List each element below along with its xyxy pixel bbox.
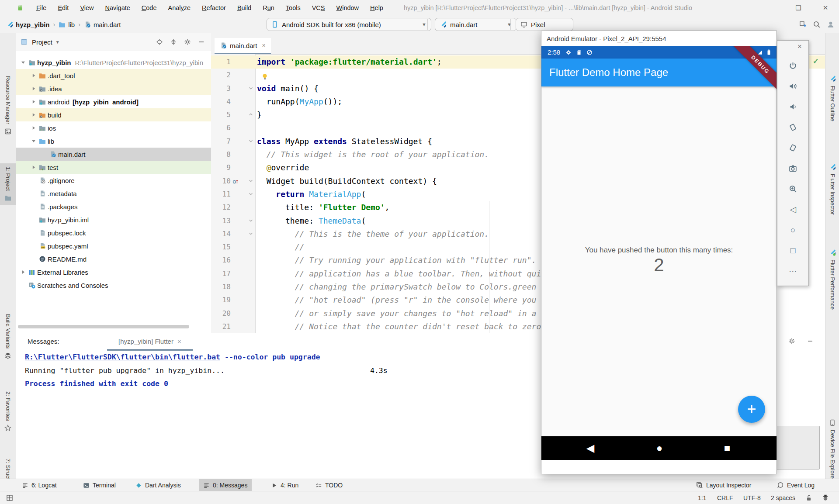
tree-item-pubspec-yaml[interactable]: YMLpubspec.yaml [16,239,211,252]
toolwindow-button-terminal[interactable]: Terminal [79,479,120,491]
tree-item-build[interactable]: build [16,108,211,121]
inspections-ok-icon[interactable]: ✓ [813,57,819,66]
tree-item-hyzp_yibin[interactable]: hyzp_yibinR:\FlutterProject\FlutterProje… [16,56,211,69]
locate-icon[interactable] [156,38,163,45]
emulator-screenshot-button[interactable] [777,158,808,179]
pixel-button[interactable]: Pixel [516,18,573,31]
fold-down-icon[interactable] [248,217,254,224]
menu-navigate[interactable]: Navigate [100,4,136,11]
run-config-selector[interactable]: main.dart ▼ [435,18,517,31]
stripe-tab-flutter-performance[interactable]: Flutter Performance [825,249,839,310]
stripe-tab-2-favorites[interactable]: 2: Favorites [0,391,16,432]
toolwindow-button-0-messages[interactable]: 0: Messages [199,479,252,491]
expand-arrow-icon[interactable] [20,59,27,66]
toolwindow-button-event-log[interactable]: Event Log [773,479,819,491]
stripe-tab-device-file-explorer[interactable]: Device File Explorer [825,419,839,480]
status-utf-8[interactable]: UTF-8 [743,491,761,504]
expand-arrow-icon[interactable] [30,86,37,92]
tree-item-readme-md[interactable]: README.md [16,252,211,266]
console-link[interactable]: R:\Flutter\FlutterSDK\flutter\bin\flutte… [25,353,220,361]
tree-item-external-libraries[interactable]: External Libraries [16,266,211,279]
editor-tab-main-dart[interactable]: main.dart × [215,38,271,54]
avatar-icon[interactable] [827,21,835,28]
close-icon[interactable]: ✕ [812,4,839,12]
status-2-spaces[interactable]: 2 spaces [771,491,795,504]
toolwindow-button-4-run[interactable]: 4: Run [267,479,303,491]
menu-tools[interactable]: Tools [280,4,306,11]
menu-code[interactable]: Code [136,4,163,11]
emulator-rotate-right-button[interactable] [777,138,808,158]
toolwindow-button-todo[interactable]: TODO [311,479,347,491]
toolwindow-button-dart-analysis[interactable]: Dart Analysis [131,479,185,491]
menu-help[interactable]: Help [364,4,389,11]
menu-build[interactable]: Build [232,4,257,11]
toolwindow-button-layout-inspector[interactable]: Layout Inspector [692,479,756,491]
device-selector[interactable]: Android SDK built for x86 (mobile) ▼ [267,18,431,31]
project-panel-title[interactable]: Project [32,38,52,46]
tree-item-lib[interactable]: lib [16,135,211,148]
stripe-tab-flutter-inspector[interactable]: Flutter Inspector [825,163,839,215]
tree-item--gitignore[interactable]: .gitignore [16,174,211,187]
breadcrumb-lib[interactable]: lib [59,21,75,28]
tree-item-test[interactable]: test [16,161,211,174]
horizontal-scrollbar[interactable] [18,325,189,328]
menu-run[interactable]: Run [257,4,280,11]
emulator-volume-down-button[interactable] [777,97,808,117]
tree-item-scratches-and-consoles[interactable]: Scratches and Consoles [16,279,211,292]
emulator-home-button[interactable]: ○ [777,220,808,240]
emulator-rotate-left-button[interactable] [777,117,808,138]
nav-overview-button[interactable]: ■ [716,436,738,460]
tree-item-pubspec-lock[interactable]: pubspec.lock [16,226,211,239]
chevron-down-icon[interactable]: ▼ [55,40,60,45]
fold-up-icon[interactable] [248,111,254,117]
menu-refactor[interactable]: Refactor [196,4,232,11]
status-crlf[interactable]: CRLF [717,491,733,504]
settings-icon[interactable] [788,338,795,345]
toolwindow-quick-access[interactable] [6,491,13,504]
breadcrumb-hyzp_yibin[interactable]: hyzp_yibin [6,21,50,28]
menu-view[interactable]: View [74,4,99,11]
tree-item-android[interactable]: android[hyzp_yibin_android] [16,95,211,108]
fold-down-icon[interactable] [248,138,254,144]
intention-bulb-icon[interactable] [261,73,268,80]
maximize-icon[interactable]: ❏ [785,4,812,12]
status-1-1[interactable]: 1:1 [698,491,706,504]
emulator-zoom-button[interactable] [777,179,808,199]
hide-icon[interactable] [807,338,814,345]
emulator-more-button[interactable]: ⋯ [777,261,808,281]
tree-item--dart_tool[interactable]: .dart_tool [16,69,211,82]
override-marker-icon[interactable] [232,178,239,185]
menu-vcs[interactable]: VCS [306,4,331,11]
collapse-all-icon[interactable] [170,38,177,45]
tree-item--packages[interactable]: .packages [16,200,211,213]
stripe-tab-build-variants[interactable]: Build Variants [0,314,16,359]
menu-file[interactable]: File [31,4,52,11]
stripe-tab-flutter-outline[interactable]: Flutter Outline [825,75,839,121]
breadcrumb-main-dart[interactable]: main.dart [84,21,121,28]
toolwindow-button-6-logcat[interactable]: 6: Logcat [17,479,61,491]
expand-arrow-icon[interactable] [30,112,37,118]
menu-edit[interactable]: Edit [52,4,74,11]
fold-down-icon[interactable] [248,178,254,184]
tree-item--idea[interactable]: .idea [16,82,211,95]
emulator-volume-up-button[interactable] [777,76,808,97]
emulator-overview-button[interactable]: □ [777,240,808,261]
messages-tab-flutter[interactable]: [hyzp_yibin] Flutter × [107,333,193,351]
tree-item-main-dart[interactable]: main.dart [16,148,211,161]
expand-arrow-icon[interactable] [30,125,37,131]
stripe-tab-1-project[interactable]: 1: Project [0,163,16,205]
emulator-power-button[interactable] [777,55,808,76]
expand-arrow-icon[interactable] [30,164,37,170]
minimize-icon[interactable]: — [758,4,785,12]
tree-item-hyzp_yibin-iml[interactable]: hyzp_yibin.iml [16,213,211,226]
nav-back-button[interactable]: ◀ [579,436,601,460]
fold-down-icon[interactable] [248,231,254,237]
fab-button[interactable]: + [738,396,765,423]
close-icon[interactable]: × [262,42,266,49]
sdk-manager-icon[interactable] [799,21,807,28]
expand-arrow-icon[interactable] [20,269,27,275]
expand-arrow-icon[interactable] [30,72,37,79]
tree-item--metadata[interactable]: .metadata [16,187,211,200]
status-hector[interactable] [822,491,829,504]
fold-down-icon[interactable] [248,191,254,197]
